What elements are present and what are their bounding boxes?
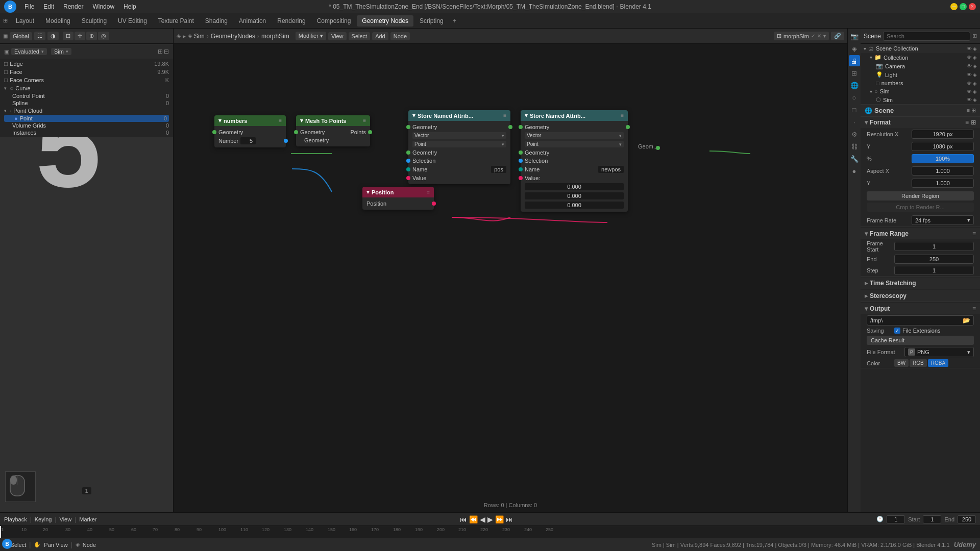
output-section-header[interactable]: ▾ Output ≡ bbox=[861, 303, 980, 314]
output-geometry-socket[interactable] bbox=[656, 146, 660, 150]
view-btn[interactable]: View bbox=[328, 32, 347, 40]
node-sna2-geom2-socket[interactable] bbox=[519, 151, 523, 155]
object-selector-close[interactable]: ✕ bbox=[817, 33, 821, 39]
node-sna2-val1[interactable]: 0.000 bbox=[525, 183, 624, 190]
light-eye[interactable]: 👁 bbox=[967, 72, 972, 78]
world-icon[interactable]: ○ bbox=[849, 92, 860, 103]
node-sna2-vector-dropdown[interactable]: Vector ▾ bbox=[525, 132, 624, 139]
tab-scripting[interactable]: Scripting bbox=[414, 15, 449, 27]
current-frame-input[interactable] bbox=[887, 515, 905, 523]
breadcrumb-sim[interactable]: Sim bbox=[194, 33, 205, 40]
scene-props-actions[interactable]: ≡ ⊞ bbox=[967, 107, 976, 114]
aspect-x-value[interactable]: 1.000 bbox=[912, 166, 974, 176]
add-btn[interactable]: Add bbox=[372, 32, 388, 40]
step-back-button[interactable]: ⏪ bbox=[469, 515, 478, 523]
scene-col-eye[interactable]: 👁 bbox=[967, 46, 972, 52]
node-view-btn[interactable]: 🔗 bbox=[831, 32, 844, 40]
sim-group-eye[interactable]: 👁 bbox=[967, 89, 972, 94]
node-sna2-sel-socket[interactable] bbox=[519, 159, 523, 163]
menu-render[interactable]: Render bbox=[59, 2, 87, 11]
breadcrumb-geometry-nodes[interactable]: GeometryNodes bbox=[211, 33, 255, 40]
output-path-field[interactable]: /tmp\ 📂 bbox=[867, 315, 974, 325]
node-mesh-to-points[interactable]: ▾ Mesh To Points ≡ Geometry Points Geome… bbox=[296, 115, 370, 146]
node-sna1-sel-socket[interactable] bbox=[406, 159, 410, 163]
format-section-header[interactable]: ▾ Format ≡ ⊞ bbox=[861, 117, 980, 128]
format-action-dots[interactable]: ⊞ bbox=[971, 119, 976, 126]
fr-action[interactable]: ≡ bbox=[972, 230, 976, 237]
node-store-named-attrib-1[interactable]: ▾ Store Named Attrib... ≡ Geometry Vecto… bbox=[408, 110, 510, 184]
play-back-button[interactable]: ◀ bbox=[480, 515, 485, 523]
sim-group-arrow[interactable]: ▾ bbox=[870, 89, 872, 94]
tab-layout[interactable]: Layout bbox=[11, 15, 39, 27]
tab-compositing[interactable]: Compositing bbox=[312, 15, 356, 27]
node-sna2-val3[interactable]: 0.000 bbox=[525, 202, 624, 209]
node-numbers[interactable]: ▾ numbers ≡ Geometry Number 5 bbox=[214, 115, 286, 147]
node-sna2-geom-out-socket[interactable] bbox=[626, 125, 630, 129]
node-mtp-geometry-socket[interactable] bbox=[294, 130, 298, 134]
node-sna2-collapse[interactable]: ▾ bbox=[525, 112, 528, 119]
scene-col-arrow[interactable]: ▾ bbox=[864, 46, 866, 52]
blender-update-icon[interactable]: B bbox=[2, 539, 12, 549]
stats-mode-selector[interactable]: Evaluated ▾ bbox=[11, 48, 47, 55]
marker-menu[interactable]: Marker bbox=[79, 516, 96, 522]
node-sna2-val2[interactable]: 0.000 bbox=[525, 192, 624, 199]
node-sna2-geom-in-socket[interactable] bbox=[519, 125, 523, 129]
sim-group-render[interactable]: ◈ bbox=[973, 89, 977, 94]
resolution-x-value[interactable]: 1920 px bbox=[912, 130, 974, 139]
tab-shading[interactable]: Shading bbox=[200, 15, 233, 27]
camera-eye[interactable]: 👁 bbox=[967, 63, 972, 69]
node-sna2-menu[interactable]: ≡ bbox=[621, 113, 624, 118]
sim-obj-render[interactable]: ◈ bbox=[973, 97, 977, 103]
node-sna1-collapse[interactable]: ▾ bbox=[412, 112, 415, 119]
object-icon[interactable]: □ bbox=[849, 104, 860, 115]
maximize-button[interactable]: □ bbox=[960, 3, 967, 10]
scene-icon[interactable]: 📷 bbox=[849, 31, 860, 42]
aspect-y-value[interactable]: 1.000 bbox=[912, 179, 974, 188]
start-frame-input[interactable] bbox=[923, 515, 941, 523]
add-workspace-button[interactable]: + bbox=[450, 16, 459, 26]
tree-light[interactable]: 💡 Light 👁 ◈ bbox=[861, 70, 980, 79]
snap-btn[interactable]: ⊕ bbox=[86, 32, 97, 40]
node-pos-collapse[interactable]: ▾ bbox=[366, 189, 370, 195]
node-pos-menu[interactable]: ≡ bbox=[427, 189, 430, 195]
step-forward-button[interactable]: ⏩ bbox=[495, 515, 504, 523]
material-icon[interactable]: ● bbox=[849, 165, 860, 177]
node-btn[interactable]: Node bbox=[390, 32, 410, 40]
tree-sim-group[interactable]: ▾ ○ Sim 👁 ◈ bbox=[861, 87, 980, 95]
stats-filter-btn[interactable]: ⊞ bbox=[158, 48, 163, 55]
node-sna2-name-socket[interactable] bbox=[519, 167, 523, 171]
node-sna2-name-value[interactable]: newpos bbox=[598, 166, 624, 173]
node-sna1-menu[interactable]: ≡ bbox=[503, 113, 506, 118]
output-path-browse[interactable]: 📂 bbox=[963, 317, 970, 324]
close-button[interactable]: × bbox=[969, 3, 976, 10]
physics-icon[interactable]: ⚙ bbox=[849, 129, 860, 140]
viewlayer-icon[interactable]: ⊞ bbox=[849, 67, 860, 79]
timeline-ruler[interactable]: 1 10 20 30 40 50 60 70 80 90 100 110 120… bbox=[0, 526, 980, 538]
stats-object-selector[interactable]: Sim ▾ bbox=[51, 48, 71, 55]
end-frame-input[interactable] bbox=[958, 515, 976, 523]
tree-sim-obj[interactable]: ⬡ Sim 👁 ◈ bbox=[861, 95, 980, 104]
frame-rate-dropdown[interactable]: 24 fps ▾ bbox=[912, 215, 974, 225]
node-numbers-collapse[interactable]: ▾ bbox=[218, 117, 222, 124]
menu-window[interactable]: Window bbox=[88, 2, 118, 11]
stereoscopy-header[interactable]: ▸ Stereoscopy bbox=[861, 290, 980, 302]
frame-step-value[interactable]: 1 bbox=[894, 266, 974, 275]
tab-sculpting[interactable]: Sculpting bbox=[77, 15, 112, 27]
render-region-button[interactable]: Render Region bbox=[867, 191, 974, 201]
scene-props-icon[interactable]: 🌐 bbox=[849, 80, 860, 91]
minimize-button[interactable]: ─ bbox=[950, 3, 958, 10]
frame-range-header[interactable]: ▾ Frame Range ≡ bbox=[861, 228, 980, 239]
menu-help[interactable]: Help bbox=[119, 2, 140, 11]
node-mtp-points-socket[interactable] bbox=[368, 130, 372, 134]
tab-uv-editing[interactable]: UV Editing bbox=[113, 15, 152, 27]
output-icon[interactable]: 🖨 bbox=[849, 55, 860, 66]
file-extensions-checkbox[interactable]: ✓ bbox=[894, 328, 900, 334]
frame-end-value[interactable]: 250 bbox=[894, 255, 974, 264]
node-numbers-number-socket[interactable] bbox=[284, 139, 288, 143]
view-selector[interactable]: ☷ bbox=[34, 32, 45, 40]
props-search-input[interactable] bbox=[883, 32, 970, 41]
scene-col-render[interactable]: ◈ bbox=[973, 46, 977, 52]
shading-selector[interactable]: ◑ bbox=[47, 32, 59, 40]
node-mtp-collapse[interactable]: ▾ bbox=[300, 117, 303, 124]
node-sna1-name-value[interactable]: pos bbox=[491, 166, 506, 173]
